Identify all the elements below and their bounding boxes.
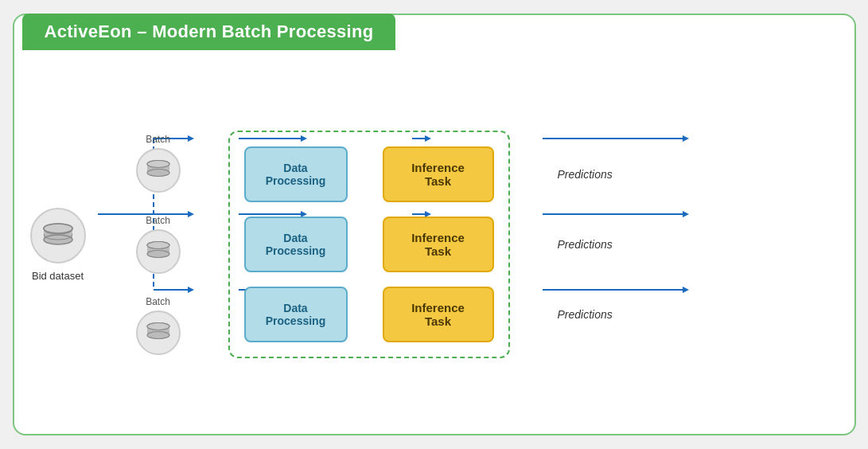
- data-processing-box-2: DataProcessing: [244, 217, 348, 272]
- svg-point-33: [147, 161, 169, 168]
- data-processing-box-1: DataProcessing: [244, 146, 348, 202]
- svg-point-40: [147, 332, 169, 339]
- title-bar: ActiveEon – Modern Batch Processing: [22, 14, 396, 50]
- bid-dataset-icon: [30, 208, 86, 264]
- data-processing-label-2: DataProcessing: [266, 232, 325, 257]
- batch-label-3: Batch: [146, 296, 170, 307]
- batch-node-2: Batch: [136, 215, 181, 274]
- data-processing-label-1: DataProcessing: [266, 162, 325, 187]
- inference-box-3: InferenceTask: [383, 287, 494, 342]
- svg-point-36: [147, 251, 169, 258]
- batch-node-3: Batch: [136, 296, 181, 355]
- prediction-label-3: Predictions: [558, 308, 613, 321]
- svg-point-37: [147, 242, 169, 249]
- batch-node-1: Batch: [136, 134, 181, 193]
- batch-icon-1: [136, 148, 181, 193]
- batch-icon-3: [136, 310, 181, 355]
- prediction-label-2: Predictions: [558, 238, 613, 251]
- svg-point-32: [147, 170, 169, 177]
- inference-label-3: InferenceTask: [411, 301, 465, 328]
- data-processing-label-3: DataProcessing: [266, 302, 325, 327]
- svg-point-29: [44, 224, 72, 233]
- batch-nodes-column: Batch Batch: [136, 134, 181, 355]
- process-row-2: DataProcessing InferenceTask: [244, 217, 494, 272]
- dashed-process-box: DataProcessing InferenceTask DataProcess…: [228, 131, 510, 358]
- bid-dataset-label: Bid dataset: [32, 270, 84, 282]
- batch-label-1: Batch: [146, 134, 170, 145]
- process-row-3: DataProcessing InferenceTask: [244, 287, 494, 342]
- inference-label-2: InferenceTask: [411, 231, 465, 258]
- process-row-1: DataProcessing InferenceTask: [244, 146, 494, 202]
- inference-box-2: InferenceTask: [383, 217, 494, 272]
- outer-container: ActiveEon – Modern Batch Processing: [13, 14, 856, 435]
- batch-label-2: Batch: [146, 215, 170, 226]
- prediction-row-2: Predictions: [558, 217, 613, 272]
- prediction-label-1: Predictions: [558, 168, 613, 181]
- data-processing-box-3: DataProcessing: [244, 287, 348, 342]
- prediction-row-3: Predictions: [558, 287, 613, 342]
- prediction-row-1: Predictions: [558, 146, 613, 202]
- inference-label-1: InferenceTask: [411, 161, 465, 188]
- svg-point-41: [147, 323, 169, 330]
- inference-box-1: InferenceTask: [383, 146, 494, 202]
- page-title: ActiveEon – Modern Batch Processing: [45, 21, 374, 42]
- batch-icon-2: [136, 229, 181, 274]
- bid-dataset-node: Bid dataset: [30, 208, 86, 282]
- predictions-column: Predictions Predictions Predictions: [558, 146, 613, 342]
